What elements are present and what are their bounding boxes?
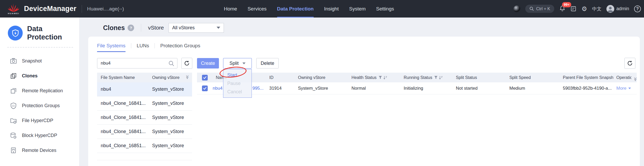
sidebar-item-protection-groups[interactable]: Protection Groups — [0, 98, 79, 113]
create-button[interactable]: Create — [197, 58, 219, 68]
capacity-sphere-icon[interactable] — [514, 5, 520, 12]
search-icon[interactable] — [168, 60, 175, 67]
nav-services[interactable]: Services — [248, 0, 267, 18]
table-row[interactable]: nbu4 System_vStore — [97, 82, 192, 96]
table-row[interactable]: nbu4_Clone_16851... System_vStore — [97, 139, 192, 153]
table-row[interactable]: nbu4_Clone_16841... System_vStore — [97, 96, 192, 111]
tab-file-systems[interactable]: File Systems — [97, 41, 126, 52]
table-row[interactable]: nbu4_Clone_16841... System_vStore — [97, 125, 192, 139]
tab-protection-groups[interactable]: Protection Groups — [160, 41, 200, 52]
page-help-icon[interactable]: ? — [128, 25, 134, 31]
sidebar-item-label: Snapshot — [22, 58, 42, 64]
more-label: More — [616, 86, 627, 91]
fs-name: nbu4_Clone_16841... — [97, 101, 148, 106]
clone-name-link-truncated[interactable]: 995... — [252, 86, 264, 91]
column-settings-icon[interactable]: ≫ — [633, 74, 638, 82]
delete-button[interactable]: Delete — [256, 58, 279, 68]
block-hypercdp-icon — [10, 132, 17, 139]
fs-name: nbu4 — [97, 87, 148, 92]
device-name: Huawei....age(--) — [87, 6, 124, 12]
language-switch[interactable]: 中文 — [592, 6, 601, 12]
user-menu[interactable]: admin — [606, 5, 629, 13]
help-icon[interactable]: ? — [634, 5, 641, 12]
table-row[interactable]: nbu4 995... 31914 System_vStore Normal I… — [197, 82, 637, 94]
cell-id: 31914 — [266, 86, 295, 91]
row-checkbox[interactable] — [202, 85, 208, 91]
nav-insight[interactable]: Insight — [324, 0, 339, 18]
snapshot-icon — [10, 58, 17, 65]
vstore-select[interactable]: All vStores — [169, 23, 224, 33]
col-id[interactable]: ID — [266, 75, 295, 80]
chevron-down-icon — [242, 62, 246, 64]
clones-panel: File Systems LUNs Protection Groups — [88, 37, 640, 166]
sidebar-item-remote-replication[interactable]: Remote Replication — [0, 83, 79, 98]
nav-data-protection[interactable]: Data Protection — [277, 0, 314, 18]
table-row[interactable]: nbu4_Clone_16841... System_vStore — [97, 111, 192, 125]
col-owning-vstore[interactable]: Owning vStore — [295, 75, 348, 80]
protection-groups-icon — [10, 102, 17, 109]
page-title: Clones — [103, 24, 125, 32]
sidebar-item-file-hypercdp[interactable]: File HyperCDP — [0, 113, 79, 128]
nav-settings[interactable]: Settings — [376, 0, 394, 18]
sidebar-item-label: Remote Devices — [22, 148, 56, 153]
gear-icon[interactable]: ⚙ — [581, 6, 587, 12]
col-file-system-name[interactable]: File System Name — [97, 75, 148, 80]
nav-system[interactable]: System — [349, 0, 366, 18]
sidebar-item-block-hypercdp[interactable]: Block HyperCDP — [0, 128, 79, 143]
fs-vstore: System_vStore — [148, 143, 192, 148]
header-divider — [141, 24, 141, 32]
clones-table-header: Name ID Owning vStore Health Status — [197, 73, 637, 82]
huawei-logo-text: HUAWEI — [8, 12, 19, 15]
fs-vstore: System_vStore — [148, 115, 192, 120]
notifications-button[interactable]: 99+ — [559, 5, 565, 13]
filter-icon[interactable] — [434, 76, 438, 79]
col-owning-vstore[interactable]: Owning vStore — [148, 75, 185, 80]
split-menu-cancel[interactable]: Cancel — [223, 88, 252, 96]
split-button[interactable]: Split — [223, 58, 252, 68]
split-button-label: Split — [229, 61, 238, 66]
col-split-speed[interactable]: Split Speed — [506, 75, 560, 80]
sidebar-item-snapshot[interactable]: Snapshot — [0, 54, 79, 68]
sidebar-menu: Snapshot Clones Remote Replication — [0, 54, 79, 158]
split-menu-start[interactable]: Start — [223, 71, 252, 79]
sort-icon[interactable] — [383, 76, 387, 79]
sidebar-item-clones[interactable]: Clones — [0, 68, 79, 83]
refresh-filesystems-button[interactable] — [181, 58, 192, 69]
sidebar-item-label: Remote Replication — [22, 88, 63, 94]
col-split-status[interactable]: Split Status — [453, 75, 506, 80]
more-actions-link[interactable]: More — [616, 86, 631, 91]
refresh-icon — [184, 60, 190, 66]
filter-icon[interactable] — [379, 76, 382, 79]
search-input[interactable] — [97, 58, 177, 68]
search-icon — [529, 7, 534, 11]
fs-vstore: System_vStore — [148, 87, 192, 92]
username: admin — [616, 6, 629, 12]
file-hypercdp-icon — [10, 117, 17, 124]
sort-icon[interactable] — [439, 76, 443, 79]
sidebar-item-remote-devices[interactable]: Remote Devices — [0, 143, 79, 158]
col-health-status[interactable]: Health Status — [348, 75, 401, 80]
split-menu-pause[interactable]: Pause — [223, 79, 252, 88]
clones-table: Name ID Owning vStore Health Status — [197, 73, 637, 94]
report-icon[interactable] — [570, 6, 576, 12]
global-search[interactable]: Ctrl + K — [525, 5, 554, 13]
select-all-checkbox[interactable] — [202, 75, 208, 81]
filesystem-search-box — [97, 58, 177, 68]
column-settings-icon[interactable]: ≫ — [185, 75, 190, 79]
sidebar-item-label: Block HyperCDP — [22, 133, 57, 138]
nav-home[interactable]: Home — [224, 0, 237, 18]
refresh-icon — [627, 60, 633, 66]
sidebar-title-block: Data Protection — [8, 25, 66, 41]
col-running-status[interactable]: Running Status — [401, 75, 453, 80]
clone-name-link[interactable]: nbu4 — [213, 86, 223, 91]
tab-luns[interactable]: LUNs — [137, 41, 149, 52]
top-navigation: Home Services Data Protection Insight Sy… — [224, 0, 394, 18]
refresh-clones-button[interactable] — [624, 58, 635, 69]
huawei-logo-icon: HUAWEI — [7, 2, 20, 16]
data-protection-shield-icon — [8, 26, 23, 41]
col-parent-snapshot[interactable]: Parent File System Snapshot — [560, 75, 613, 80]
col-operation[interactable]: Operation — [613, 75, 631, 80]
cell-split-speed: Medium — [506, 86, 560, 91]
fs-name: nbu4_Clone_16851... — [97, 143, 148, 148]
fs-name: nbu4_Clone_16841... — [97, 129, 148, 134]
